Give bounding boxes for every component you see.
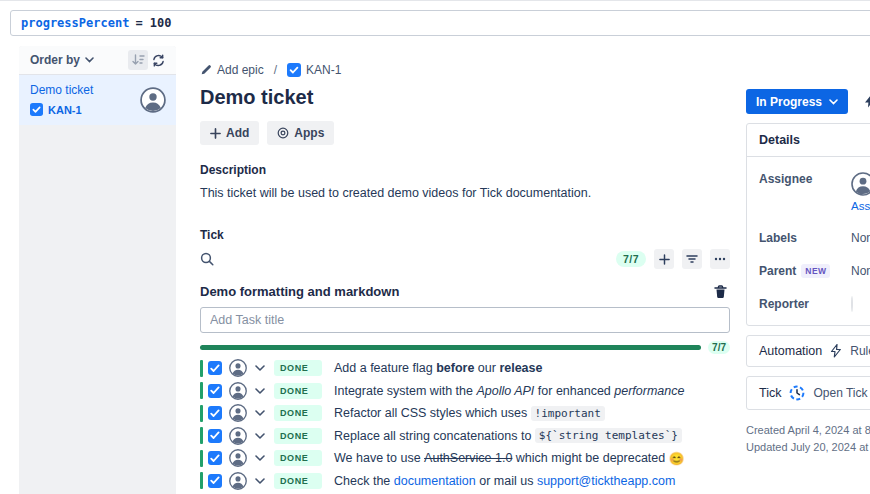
task-expand-toggle[interactable] xyxy=(255,455,265,461)
task-expand-toggle[interactable] xyxy=(255,433,265,439)
check-icon xyxy=(210,386,220,395)
task-segment-code: ${`string templates`} xyxy=(535,428,682,443)
task-status-bar xyxy=(200,382,203,399)
sidebar-item-demo-ticket[interactable]: Demo ticket KAN-1 xyxy=(19,75,176,125)
task-segment-plain: Refactor all CSS styles which uses xyxy=(334,406,531,420)
task-segment-plain: Replace all string concatenations to xyxy=(334,429,535,443)
task-checkbox[interactable] xyxy=(208,429,222,443)
add-epic-link[interactable]: Add epic xyxy=(200,63,264,77)
task-text[interactable]: Check the documentation or mail us suppo… xyxy=(334,474,675,488)
labels-value[interactable]: None xyxy=(851,228,870,245)
page-title: Demo ticket xyxy=(200,86,730,109)
description-text[interactable]: This ticket will be used to created demo… xyxy=(200,186,730,200)
open-tick-link: Open Tick xyxy=(813,386,867,400)
plus-icon xyxy=(210,128,221,139)
task-status-badge[interactable]: DONE xyxy=(274,428,322,444)
tick-toolbar: 7/7 xyxy=(200,247,730,271)
chevron-down-icon xyxy=(255,365,265,371)
issue-key-link[interactable]: KAN-1 xyxy=(287,63,341,77)
task-expand-toggle[interactable] xyxy=(255,365,265,371)
task-assignee-avatar[interactable] xyxy=(229,382,247,400)
task-checkbox[interactable] xyxy=(208,406,222,420)
task-checkbox[interactable] xyxy=(208,361,222,375)
task-text[interactable]: Refactor all CSS styles which uses !impo… xyxy=(334,406,605,421)
task-assignee-avatar[interactable] xyxy=(229,472,247,490)
task-assignee-avatar[interactable] xyxy=(229,404,247,422)
task-assignee-avatar[interactable] xyxy=(229,359,247,377)
description-label: Description xyxy=(200,163,730,177)
task-checkbox[interactable] xyxy=(208,474,222,488)
task-assignee-avatar[interactable] xyxy=(229,449,247,467)
more-options-button[interactable] xyxy=(710,249,730,269)
details-header[interactable]: Details xyxy=(747,124,870,157)
add-button[interactable]: Add xyxy=(200,121,259,145)
order-by-dropdown[interactable]: Order by xyxy=(30,53,94,67)
sidebar-header: Order by xyxy=(19,46,176,75)
chevron-down-icon xyxy=(85,57,94,63)
reporter-avatar[interactable] xyxy=(851,296,853,312)
task-segment-plain: for enhanced xyxy=(534,384,614,398)
task-status-badge[interactable]: DONE xyxy=(274,360,322,376)
automation-lightning-icon xyxy=(830,344,842,358)
task-text[interactable]: We have to use AuthService 1.0 which mig… xyxy=(334,451,684,466)
apps-button[interactable]: Apps xyxy=(267,121,334,145)
sort-direction-button[interactable] xyxy=(128,50,148,70)
apps-button-label: Apps xyxy=(294,126,324,140)
task-segment-bold: release xyxy=(499,361,542,375)
task-checkbox[interactable] xyxy=(208,384,222,398)
assignee-avatar-icon[interactable] xyxy=(851,172,870,196)
task-row: DONE Check the documentation or mail us … xyxy=(200,473,730,489)
check-icon xyxy=(210,409,220,418)
assign-to-me-link[interactable]: Assign to me xyxy=(851,200,870,212)
refresh-button[interactable] xyxy=(148,50,168,70)
task-list: DONE Add a feature flag before our relea… xyxy=(200,360,730,494)
actions-button[interactable]: Actions xyxy=(864,95,870,109)
ticket-sidebar: Order by Demo ticket KAN-1 xyxy=(19,46,176,494)
add-task-group-button[interactable] xyxy=(654,249,674,269)
task-expand-toggle[interactable] xyxy=(255,478,265,484)
tick-card[interactable]: Tick Open Tick xyxy=(746,376,870,410)
task-segment-strike: AuthService 1.0 xyxy=(424,451,512,465)
rule-executions-link: Rule executions xyxy=(850,344,870,358)
status-dropdown-button[interactable]: In Progress xyxy=(746,89,848,114)
person-avatar-icon xyxy=(229,449,247,467)
tick-section-label: Tick xyxy=(200,228,730,242)
search-button[interactable] xyxy=(200,252,214,266)
ellipsis-icon xyxy=(714,257,726,261)
task-text[interactable]: Integrate system with the Apollo API for… xyxy=(334,384,684,398)
parent-value[interactable]: None xyxy=(851,261,870,278)
issue-side-panel: In Progress Actions Details Assignee Ass… xyxy=(746,89,870,456)
task-text[interactable]: Replace all string concatenations to ${`… xyxy=(334,428,682,443)
task-status-badge[interactable]: DONE xyxy=(274,450,322,466)
task-group-header: Demo formatting and markdown xyxy=(200,284,730,299)
filter-button[interactable] xyxy=(682,249,702,269)
task-segment-plain: which might be deprecated xyxy=(512,451,668,465)
add-button-label: Add xyxy=(226,126,249,140)
progress-count-badge: 7/7 xyxy=(708,341,730,354)
automation-label: Automation xyxy=(759,344,822,358)
automation-card[interactable]: Automation Rule executions xyxy=(746,335,870,367)
task-status-badge[interactable]: DONE xyxy=(274,383,322,399)
task-assignee-avatar[interactable] xyxy=(229,427,247,445)
task-row: DONE Integrate system with the Apollo AP… xyxy=(200,383,730,399)
add-task-input[interactable] xyxy=(200,307,730,333)
task-segment-link[interactable]: documentation xyxy=(394,474,476,488)
search-icon xyxy=(200,252,214,266)
add-epic-label: Add epic xyxy=(217,63,264,77)
task-expand-toggle[interactable] xyxy=(255,410,265,416)
task-expand-toggle[interactable] xyxy=(255,388,265,394)
task-status-bar xyxy=(200,427,203,444)
check-icon xyxy=(210,454,220,463)
task-segment-link[interactable]: support@ticktheapp.com xyxy=(537,474,675,488)
person-avatar-icon xyxy=(229,404,247,422)
progress-row: 7/7 xyxy=(200,341,730,354)
task-text[interactable]: Add a feature flag before our release xyxy=(334,361,542,375)
breadcrumb-separator: / xyxy=(274,63,277,77)
lightning-icon xyxy=(864,95,870,108)
task-status-badge[interactable]: DONE xyxy=(274,473,322,489)
task-status-badge[interactable]: DONE xyxy=(274,405,322,421)
progress-variable-input[interactable]: progressPercent = 100 xyxy=(10,10,870,36)
chevron-down-icon xyxy=(255,433,265,439)
delete-group-button[interactable] xyxy=(711,285,730,299)
task-checkbox[interactable] xyxy=(208,451,222,465)
